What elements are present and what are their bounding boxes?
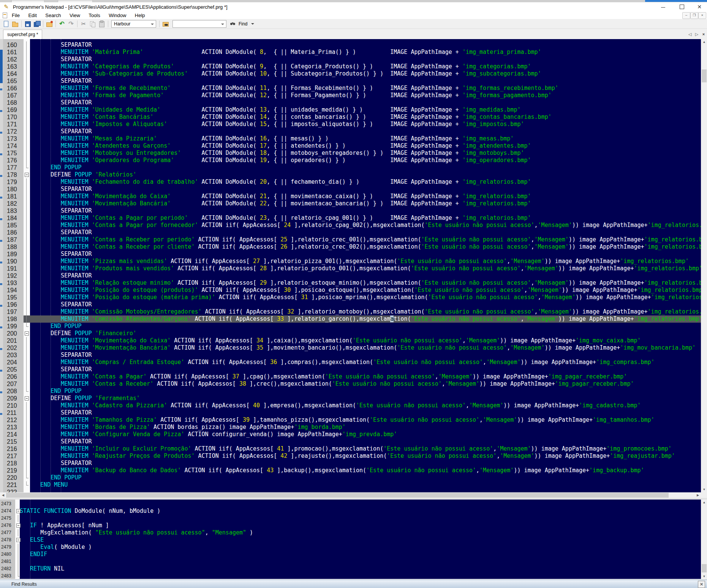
code-line[interactable]: 196 SEPARATOR	[3, 301, 701, 308]
tab-scroll-right-icon[interactable]: ▷	[694, 31, 700, 37]
maximize-button[interactable]	[675, 2, 689, 11]
code-line[interactable]: 220 END POPUP	[3, 474, 701, 481]
code-text[interactable]: SEPARATOR	[30, 366, 701, 373]
code-line[interactable]: 160 SEPARATOR	[3, 41, 701, 49]
code-line[interactable]: 176 MENUITEM 'Operadores do Programa' AC…	[3, 157, 701, 164]
code-line[interactable]: 171 MENUITEM 'Impostos e Aliquotas' ACTI…	[3, 121, 701, 128]
code-line[interactable]: 180 SEPARATOR	[3, 186, 701, 193]
code-text[interactable]: MENUITEM 'Atendentes ou Garçons' ACTION …	[30, 142, 701, 150]
code-text[interactable]: MENUITEM 'Compras / Entrada Estoque' ACT…	[30, 359, 701, 366]
code-line[interactable]: 166 MENUITEM 'Formas de Recebimento' ACT…	[3, 85, 701, 92]
menu-tools[interactable]: Tools	[85, 11, 103, 19]
code-text[interactable]: MENUITEM 'Cadastro da Pizzaria' ACTION i…	[30, 402, 701, 409]
code-text[interactable]: MENUITEM 'Movimentação do Caixa' ACTION …	[30, 337, 701, 344]
code-line[interactable]: 2483	[0, 572, 701, 579]
scroll-up-icon[interactable]: ▲	[701, 40, 707, 44]
code-line[interactable]: 213 MENUITEM 'Bordas de Pizza' ACTION bo…	[3, 424, 701, 431]
cut-icon[interactable]: ✂	[80, 20, 87, 27]
code-text[interactable]: MENUITEM 'Movimentação Bancária' ACTION …	[30, 344, 701, 352]
code-text[interactable]: SEPARATOR	[30, 409, 701, 416]
code-line[interactable]: 174 MENUITEM 'Atendentes ou Garçons' ACT…	[3, 142, 701, 150]
menu-search[interactable]: Search	[42, 11, 64, 19]
code-text[interactable]	[20, 500, 701, 508]
code-line[interactable]: 161 MENUITEM 'Matéria Prima' ACTION DoMo…	[3, 49, 701, 56]
code-text[interactable]: MENUITEM 'Relação estoque minimo' ACTION…	[30, 279, 701, 287]
code-line[interactable]: 2474STATIC FUNCTION DoModule( nNum, bMod…	[0, 508, 701, 515]
save-icon[interactable]	[24, 20, 31, 27]
code-text[interactable]: END POPUP	[30, 323, 701, 330]
code-line[interactable]: 2478 ELSE	[0, 536, 701, 544]
mdi-restore-button[interactable]: ❐	[690, 12, 698, 19]
code-text[interactable]: SEPARATOR	[30, 56, 701, 63]
menu-window[interactable]: Window	[105, 11, 130, 19]
code-line[interactable]: 2475	[0, 515, 701, 522]
code-text[interactable]: DEFINE POPUP 'Ferramentas'	[30, 395, 701, 402]
code-line[interactable]: 202 MENUITEM 'Movimentação Bancária' ACT…	[3, 344, 701, 352]
scroll-left-icon[interactable]: ◀	[1, 493, 5, 497]
code-line[interactable]: 162 SEPARATOR	[3, 56, 701, 63]
code-text[interactable]: SEPARATOR	[30, 41, 701, 49]
scroll-right-icon[interactable]: ▶	[696, 493, 700, 497]
code-line[interactable]: 191 MENUITEM 'Produtos mais vendidos' AC…	[3, 265, 701, 272]
code-text[interactable]	[30, 489, 701, 492]
code-line[interactable]: 2482 RETURN NIL	[0, 565, 701, 572]
code-line[interactable]: 192 SEPARATOR	[3, 272, 701, 279]
code-line[interactable]: 185 MENUITEM 'Contas a Pagar por fornece…	[3, 222, 701, 229]
code-line[interactable]: 222	[3, 489, 701, 492]
code-line[interactable]: 163 MENUITEM 'Categorias de Produtos' AC…	[3, 63, 701, 70]
find-button[interactable]: Find	[229, 20, 254, 27]
code-text[interactable]: MENUITEM 'Produtos mais vendidos' ACTION…	[30, 265, 701, 272]
code-line[interactable]: 182 MENUITEM 'Movimentação Bancária' ACT…	[3, 200, 701, 207]
code-line[interactable]: 177 END POPUP	[3, 164, 701, 171]
code-line[interactable]: 203 SEPARATOR	[3, 352, 701, 359]
code-line[interactable]: 188 MENUITEM 'Contas a Receber por clien…	[3, 243, 701, 251]
new-file-icon[interactable]	[3, 20, 9, 27]
scroll-down-icon[interactable]: ▼	[701, 488, 707, 491]
tab-close-icon[interactable]: ×	[701, 31, 707, 37]
mdi-minimize-button[interactable]: –	[682, 12, 690, 19]
code-line[interactable]: 178 DEFINE POPUP 'Relatórios'	[3, 171, 701, 178]
code-text[interactable]: MENUITEM 'Configurar Venda de Pizza' ACT…	[30, 431, 701, 438]
code-line[interactable]: 197 MENUITEM 'Comissão Motoboys/Entregad…	[3, 308, 701, 315]
code-text[interactable]: MENUITEM 'Mesas da Pizzaria' ACTION DoMo…	[30, 135, 701, 142]
code-text[interactable]: MENUITEM 'Comissão Motoboys/Entregadores…	[30, 308, 701, 315]
save-all-icon[interactable]	[33, 20, 40, 27]
code-line[interactable]: 205 SEPARATOR	[3, 366, 701, 373]
scroll-up-icon[interactable]: ▲	[701, 501, 707, 504]
code-text[interactable]: MENUITEM 'Backup do Banco de Dados' ACTI…	[30, 467, 701, 474]
code-text[interactable]: MENUITEM 'Operadores do Programa' ACTION…	[30, 157, 701, 164]
code-line[interactable]: 219 MENUITEM 'Backup do Banco de Dados' …	[3, 467, 701, 474]
code-line[interactable]: 211 SEPARATOR	[3, 409, 701, 416]
code-text[interactable]: MENUITEM 'Comissão Atendentes/Garçons' A…	[30, 315, 701, 323]
close-file-icon[interactable]	[46, 20, 53, 27]
code-line[interactable]: 194 MENUITEM 'Posição do estoque (produt…	[3, 287, 701, 294]
open-file-icon[interactable]	[12, 20, 19, 27]
code-line[interactable]: 200 DEFINE POPUP 'Financeiro'	[3, 330, 701, 337]
fold-toggle-icon[interactable]	[24, 171, 30, 178]
fold-toggle-icon[interactable]	[24, 395, 30, 402]
code-text[interactable]: MENUITEM 'Contas a Receber por periodo' …	[30, 236, 701, 243]
search-input[interactable]	[172, 20, 226, 28]
code-text[interactable]: RETURN NIL	[20, 565, 701, 572]
close-button[interactable]: ✕	[692, 2, 707, 11]
code-text[interactable]: MENUITEM 'Incluir ou Excluir Promoção' A…	[30, 445, 701, 452]
code-text[interactable]: MENUITEM 'Formas de Pagamento' ACTION Do…	[30, 92, 701, 99]
code-line[interactable]: 199 END POPUP	[3, 323, 701, 330]
code-line[interactable]: 212 MENUITEM 'Tamanhos de Pizza' ACTION …	[3, 416, 701, 424]
code-text[interactable]: MENUITEM 'Unidades de Medida' ACTION DoM…	[30, 106, 701, 114]
code-text[interactable]: Eval( bModule )	[20, 544, 701, 551]
code-text[interactable]: MENUITEM 'Fechamento do dia de trabalho'…	[30, 178, 701, 186]
code-line[interactable]: 2473	[0, 500, 701, 508]
code-text[interactable]: MENUITEM 'Matéria Prima' ACTION DoModule…	[30, 49, 701, 56]
code-text[interactable]: MENUITEM 'Contas a Receber por cliente' …	[30, 243, 701, 251]
code-text[interactable]: MsgExclamation( "Este usuário não possui…	[20, 529, 701, 536]
code-text[interactable]: END POPUP	[30, 164, 701, 171]
code-text[interactable]: SEPARATOR	[30, 438, 701, 445]
scheme-select[interactable]: Harbour	[111, 20, 156, 28]
minimize-button[interactable]	[656, 2, 670, 11]
editor-pane-top[interactable]: 160 SEPARATOR161 MENUITEM 'Matéria Prima…	[3, 39, 701, 492]
code-line[interactable]: 201 MENUITEM 'Movimentação do Caixa' ACT…	[3, 337, 701, 344]
code-line[interactable]: 215 SEPARATOR	[3, 438, 701, 445]
code-text[interactable]: MENUITEM 'Motoboys ou Entregadores' ACTI…	[30, 150, 701, 157]
code-text[interactable]: STATIC FUNCTION DoModule( nNum, bModule …	[20, 508, 701, 515]
